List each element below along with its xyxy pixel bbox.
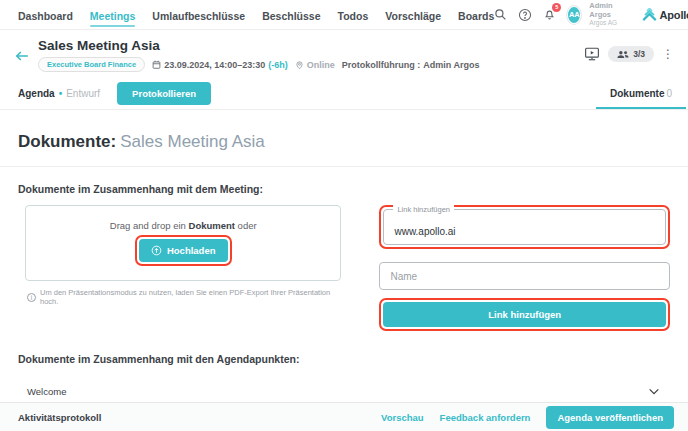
attendance-count: 3/3 [633, 49, 645, 59]
search-icon[interactable] [494, 7, 507, 23]
meeting-documents-label: Dokumente im Zusammenhang mit dem Meetin… [18, 183, 670, 195]
top-navigation: Dashboard Meetings Umlaufbeschlüsse Besc… [0, 0, 688, 30]
timezone-offset: (-6h) [268, 60, 288, 70]
agenda-veroeffentlichen-button[interactable]: Agenda veröffentlichen [546, 406, 674, 429]
tab-dokumente[interactable]: Dokumente0 [608, 78, 674, 109]
title-divider [0, 166, 688, 167]
nav-item-todos[interactable]: Todos [338, 1, 369, 29]
nav-item-boards[interactable]: Boards [458, 1, 494, 29]
protocol-lead: Protokollführung : Admin Argos [342, 60, 480, 70]
nav-items: Dashboard Meetings Umlaufbeschlüsse Besc… [18, 1, 494, 29]
info-icon: i [27, 293, 36, 302]
tab-row: Agenda • Entwurf Protokollieren Dokument… [0, 78, 688, 110]
meeting-location: Online [295, 60, 335, 70]
notifications-bell-icon[interactable]: 5 [543, 7, 556, 23]
document-dropzone[interactable]: Drag and drop ein Dokument oder Hochlade… [25, 205, 341, 281]
draft-status-label: Entwurf [66, 88, 100, 99]
link-url-field: Link hinzufügen [383, 209, 666, 245]
dropzone-text: Drag and drop ein Dokument oder [110, 220, 257, 231]
main-content: Dokumente:Sales Meeting Asia Dokumente i… [0, 132, 688, 431]
activity-log-link[interactable]: Aktivitätsprotokoll [18, 412, 101, 423]
nav-item-vorschlaege[interactable]: Vorschläge [385, 1, 441, 29]
location-pin-icon [295, 60, 304, 70]
user-avatar[interactable]: AA [567, 6, 581, 24]
user-info[interactable]: Admin Argos Argos AG [589, 2, 624, 27]
meeting-datetime: 23.09.2024, 14:00–23:30 (-6h) [152, 60, 288, 70]
link-url-input[interactable] [384, 210, 665, 244]
annotation-highlight-link-field: Link hinzufügen [379, 205, 670, 249]
apollo-logo-icon [642, 8, 657, 21]
more-options-kebab-icon[interactable]: ⋮ [662, 48, 674, 60]
link-field-label: Link hinzufügen [393, 205, 454, 214]
agenda-label: Agenda [18, 88, 55, 99]
footer-bar: Aktivitätsprotokoll Vorschau Feedback an… [0, 402, 688, 431]
meeting-header: Sales Meeting Asia Executive Board Finan… [0, 30, 688, 78]
nav-item-beschluesse[interactable]: Beschlüsse [262, 1, 320, 29]
user-organization: Argos AG [589, 19, 624, 26]
link-hinzufuegen-button[interactable]: Link hinzufügen [383, 302, 666, 327]
presentation-hint: i Um den Präsentationsmodus zu nutzen, l… [25, 288, 341, 306]
page-title: Dokumente:Sales Meeting Asia [18, 132, 670, 152]
feedback-anfordern-link[interactable]: Feedback anfordern [440, 412, 531, 423]
presentation-mode-icon[interactable] [584, 46, 600, 62]
board-badge[interactable]: Executive Board Finance [38, 57, 145, 72]
meeting-title: Sales Meeting Asia [38, 38, 479, 53]
protokollieren-button[interactable]: Protokollieren [117, 82, 211, 105]
agenda-item-title: Welcome [27, 386, 66, 397]
link-name-input[interactable] [380, 263, 669, 289]
annotation-highlight-link-button: Link hinzufügen [379, 298, 670, 331]
attendance-pill[interactable]: 3/3 [608, 46, 654, 62]
vorschau-link[interactable]: Vorschau [381, 412, 424, 423]
help-icon[interactable] [518, 7, 532, 23]
nav-item-dashboard[interactable]: Dashboard [18, 1, 73, 29]
nav-item-meetings[interactable]: Meetings [90, 1, 136, 29]
notification-count-badge: 5 [552, 3, 561, 12]
app-logo: Apollo.ai [642, 8, 688, 21]
link-name-field [379, 262, 670, 290]
documents-count: 0 [666, 88, 672, 99]
agenda-documents-label: Dokumente im Zusammenhang mit den Agenda… [18, 353, 670, 365]
upload-icon [151, 245, 162, 256]
agenda-status: Agenda • Entwurf [18, 88, 100, 99]
status-separator-dot: • [59, 88, 63, 99]
calendar-icon [152, 60, 161, 69]
annotation-highlight-upload: Hochladen [135, 235, 232, 266]
people-icon [617, 50, 629, 59]
hochladen-upload-button[interactable]: Hochladen [139, 239, 228, 262]
app-logo-text: Apollo.ai [660, 9, 688, 21]
nav-item-umlaufbeschluesse[interactable]: Umlaufbeschlüsse [152, 1, 245, 29]
chevron-down-icon[interactable] [649, 388, 659, 395]
user-name: Admin Argos [589, 2, 624, 19]
back-arrow-icon[interactable] [12, 46, 32, 66]
